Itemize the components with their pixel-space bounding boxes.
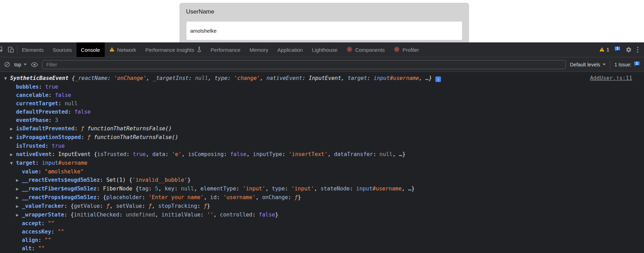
console-line: cancelable: false (0, 91, 644, 99)
console-line: ▶isDefaultPrevented: ƒ functionThatRetur… (0, 124, 644, 133)
tab-performance-insights[interactable]: Performance insights (141, 42, 206, 57)
console-line: ▶__reactEvents$eugd5m51ez: Set(1) {'inva… (0, 176, 644, 185)
tab-label: Performance (211, 47, 241, 53)
console-toolbar: top Default levels 1 Issue: 1 (0, 57, 644, 72)
console-line: ▼target: input#username (0, 159, 644, 168)
device-toolbar-icon[interactable] (7, 46, 14, 53)
expand-arrow-icon[interactable]: ▶ (16, 211, 22, 219)
username-input[interactable] (186, 21, 462, 40)
console-line: ▶_valueTracker: {getValue: ƒ, setValue: … (0, 202, 644, 211)
tab-label: Elements (22, 47, 44, 53)
tab-label: Sources (53, 47, 72, 53)
warnings-count: 1 (606, 47, 609, 52)
inspect-element-icon[interactable] (0, 46, 4, 53)
tab-label: Lighthouse (312, 47, 337, 53)
toolbar-divider (610, 61, 610, 68)
warning-icon (599, 47, 605, 53)
expand-arrow-icon[interactable]: ▶ (16, 176, 22, 185)
issue-counter[interactable]: 1 Issue: 1 (614, 61, 640, 68)
issue-count: 1 (634, 62, 640, 65)
tabbar-left-icons (0, 42, 17, 57)
tab-console[interactable]: Console (77, 42, 105, 57)
console-line: ▶nativeEvent: InputEvent {isTrusted: tru… (0, 150, 644, 159)
tab-network[interactable]: Network (105, 42, 141, 57)
tab-performance[interactable]: Performance (206, 42, 245, 57)
clear-console-button[interactable] (4, 62, 10, 67)
collapse-arrow-icon[interactable]: ▼ (10, 159, 16, 168)
console-line: ▶isPropagationStopped: ƒ functionThatRet… (0, 133, 644, 142)
console-line: alt: "" (0, 244, 644, 253)
console-line: ▶__reactFiber$eugd5m51ez: FiberNode {tag… (0, 185, 644, 193)
console-output: ▼SyntheticBaseEvent {_reactName: 'onChan… (0, 72, 644, 253)
collapse-arrow-icon[interactable]: ▼ (4, 74, 10, 83)
username-card: UserName (179, 3, 469, 42)
issue-counter-label: 1 Issue: (614, 62, 631, 67)
console-line: ▶_wrapperState: {initialChecked: undefin… (0, 211, 644, 219)
console-line: currentTarget: null (0, 99, 644, 108)
tab-application[interactable]: Application (273, 42, 307, 57)
tabbar-right: 1 1 (599, 42, 644, 57)
console-line: bubbles: true (0, 83, 644, 91)
expand-arrow-icon[interactable]: ▶ (10, 125, 16, 133)
console-line: accessKey: "" (0, 228, 644, 236)
context-dropdown[interactable]: top (14, 62, 27, 67)
console-line: defaultPrevented: false (0, 108, 644, 116)
tab-lighthouse[interactable]: Lighthouse (307, 42, 342, 57)
webpage-viewport: UserName (0, 0, 644, 42)
expand-arrow-icon[interactable]: ▶ (16, 194, 22, 202)
filter-input[interactable] (42, 60, 566, 69)
expand-arrow-icon[interactable]: ▶ (10, 133, 16, 142)
live-expression-eye-icon[interactable] (31, 62, 38, 67)
react-atom-icon (346, 46, 353, 54)
console-line: ▶__reactProps$eugd5m51ez: {placeholder: … (0, 193, 644, 202)
tab-label: Profiler (402, 47, 419, 53)
console-line: value: "amolshelke" (0, 168, 644, 176)
chevron-down-icon (24, 64, 27, 65)
tab-label: Application (277, 47, 303, 53)
console-line: align: "" (0, 236, 644, 244)
expand-arrow-icon[interactable]: ▶ (10, 150, 16, 159)
tab-profiler[interactable]: Profiler (389, 42, 424, 57)
settings-gear-icon[interactable] (626, 47, 632, 53)
issues-count: 1 (614, 47, 620, 50)
issues-count-badge[interactable]: 1 (614, 46, 620, 53)
log-levels-dropdown[interactable]: Default levels (570, 62, 606, 67)
tab-sources[interactable]: Sources (48, 42, 77, 57)
expand-arrow-icon[interactable]: ▶ (16, 202, 22, 211)
source-link[interactable]: AddUser.js:11 (590, 74, 632, 82)
tab-memory[interactable]: Memory (245, 42, 273, 57)
console-line: eventPhase: 3 (0, 116, 644, 124)
tab-label: Network (117, 47, 136, 53)
network-warning-icon (109, 47, 115, 53)
console-line: accept: "" (0, 219, 644, 228)
filter-field-wrap (42, 60, 566, 69)
kebab-menu-icon[interactable] (637, 47, 638, 53)
tab-label: Console (81, 47, 100, 53)
log-levels-label: Default levels (570, 62, 600, 67)
issue-counter-badge: 1 (634, 61, 640, 68)
context-label: top (14, 62, 21, 67)
tab-label: Components (355, 47, 385, 53)
devtools-tabbar: Elements Sources Console Network Perform… (0, 42, 644, 57)
tab-label: Performance insights (145, 47, 194, 53)
username-label: UserName (179, 3, 469, 15)
warnings-count-badge[interactable]: 1 (599, 47, 609, 53)
console-line: isTrusted: true (0, 142, 644, 150)
devtools-panel: Elements Sources Console Network Perform… (0, 42, 644, 253)
tab-components[interactable]: Components (342, 42, 389, 57)
expand-arrow-icon[interactable]: ▶ (16, 185, 22, 193)
tab-elements[interactable]: Elements (17, 42, 48, 57)
tab-label: Memory (249, 47, 268, 53)
react-atom-icon (394, 46, 400, 54)
preview-flask-icon (197, 47, 202, 53)
console-line: ▼SyntheticBaseEvent {_reactName: 'onChan… (0, 74, 644, 83)
chevron-down-icon (603, 64, 606, 65)
info-icon[interactable]: i (435, 76, 441, 82)
